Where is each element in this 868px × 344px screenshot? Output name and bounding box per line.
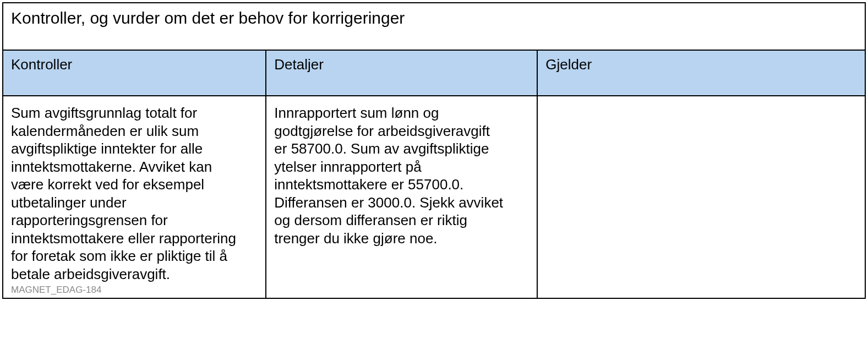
cell-kontroller: Sum avgiftsgrunnlag totalt for kalenderm… bbox=[3, 96, 266, 298]
cell-gjelder bbox=[537, 96, 865, 298]
table-title: Kontroller, og vurder om det er behov fo… bbox=[3, 3, 865, 50]
kontroller-text: Sum avgiftsgrunnlag totalt for kalenderm… bbox=[11, 104, 242, 283]
title-row: Kontroller, og vurder om det er behov fo… bbox=[3, 3, 865, 50]
cell-detaljer: Innrapportert sum lønn og godtgjørelse f… bbox=[266, 96, 537, 298]
detaljer-text: Innrapportert sum lønn og godtgjørelse f… bbox=[274, 104, 505, 247]
validation-table: Kontroller, og vurder om det er behov fo… bbox=[2, 2, 866, 299]
column-header-detaljer: Detaljer bbox=[266, 50, 537, 96]
row-code: MAGNET_EDAG-184 bbox=[11, 284, 258, 296]
column-header-kontroller: Kontroller bbox=[3, 50, 266, 96]
column-header-gjelder: Gjelder bbox=[537, 50, 865, 96]
header-row: Kontroller Detaljer Gjelder bbox=[3, 50, 865, 96]
table-row: Sum avgiftsgrunnlag totalt for kalenderm… bbox=[3, 96, 865, 298]
